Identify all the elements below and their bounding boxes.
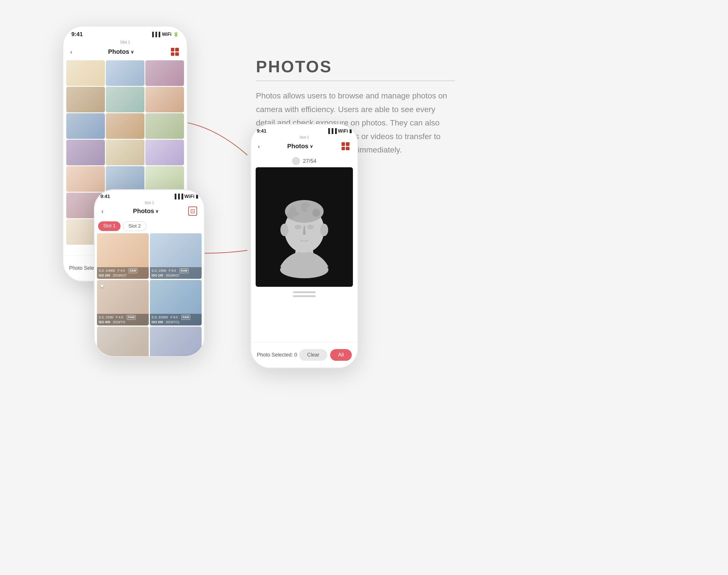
phone3-btn-group: Clear All bbox=[299, 349, 352, 361]
chevron-down-icon: ∨ bbox=[131, 49, 134, 55]
photo-cell-detail[interactable]: S.S. 1/250 F 4.0 RAW ISO 800 2019/7/24 bbox=[97, 327, 149, 357]
back-icon[interactable]: ‹ bbox=[258, 143, 260, 150]
photo-cell[interactable] bbox=[145, 140, 184, 165]
grid-view-button[interactable] bbox=[170, 47, 180, 57]
phone3-nav-title: Photos ∨ bbox=[287, 142, 313, 150]
phone-3: 9:41 ▐▐▐ WiFi ▮ Slot 1 ‹ Photos ∨ 27/54 bbox=[250, 124, 358, 368]
photo-cell[interactable] bbox=[66, 87, 105, 112]
svg-point-7 bbox=[280, 224, 288, 236]
svg-point-6 bbox=[307, 225, 314, 229]
battery-icon: ▮ bbox=[349, 128, 352, 134]
photo-cell[interactable] bbox=[66, 113, 105, 139]
signal-icon: ▐▐▐ bbox=[173, 194, 183, 199]
phone3-status-bar: 9:41 ▐▐▐ WiFi ▮ bbox=[251, 125, 358, 135]
phone2-slot-tabs: Slot 1 Slot 2 bbox=[95, 219, 204, 233]
photo-cell-detail[interactable]: S.S. 1/500 F 4.0 RAW ISO 200 2019/7/26 bbox=[150, 327, 202, 357]
wifi-icon: WiFi bbox=[184, 194, 194, 199]
battery-icon: 🔋 bbox=[173, 32, 179, 37]
phone3-photo-selected: Photo Selected: 0 bbox=[257, 352, 297, 358]
battery-icon: ▮ bbox=[196, 194, 198, 199]
phone-2: 9:41 ▐▐▐ WiFi ▮ Slot 1 ‹ Photos ∨ ⊡ Slot… bbox=[94, 189, 205, 357]
photo-cell[interactable] bbox=[106, 87, 144, 112]
detail-image[interactable] bbox=[256, 167, 353, 287]
wifi-icon: WiFi bbox=[338, 128, 348, 134]
phone2-nav-title: Photos ∨ bbox=[133, 207, 159, 215]
phone2-time: 9:41 bbox=[100, 194, 110, 199]
scene: PHOTOS Photos allows users to browse and… bbox=[0, 0, 728, 575]
star-icon: ★ bbox=[99, 282, 105, 290]
phone2-slot-label: Slot 1 bbox=[95, 201, 204, 205]
photo-meta: S.S. 1/500 F 8.0 RAW ISO 100 2019/6/27 bbox=[150, 267, 202, 279]
phone1-nav-title: Photos ∨ bbox=[108, 48, 134, 56]
phone2-photo-grid: S.S. 1/4000 F 4.0 RAW ISO 200 2019/6/27 … bbox=[95, 233, 204, 357]
phone1-nav-bar: ‹ Photos ∨ bbox=[64, 45, 187, 60]
phone3-nav-bar: ‹ Photos ∨ bbox=[251, 139, 358, 155]
photo-counter: 27/54 bbox=[303, 158, 317, 164]
wifi-icon: WiFi bbox=[162, 32, 172, 37]
chevron-down-icon: ∨ bbox=[155, 208, 159, 214]
counter-circle bbox=[292, 157, 300, 165]
back-icon[interactable]: ‹ bbox=[70, 49, 72, 55]
phone2-nav-bar: ‹ Photos ∨ ⊡ bbox=[95, 205, 204, 219]
phone1-time: 9:41 bbox=[71, 31, 83, 38]
photo-cell[interactable] bbox=[66, 60, 105, 86]
svg-point-15 bbox=[287, 211, 295, 219]
phone3-slot-label: Slot 1 bbox=[251, 135, 358, 139]
photo-cell[interactable] bbox=[145, 166, 184, 192]
phone2-status-icons: ▐▐▐ WiFi ▮ bbox=[173, 194, 198, 199]
chevron-down-icon: ∨ bbox=[310, 144, 313, 149]
photo-cell[interactable] bbox=[145, 113, 184, 139]
slot1-tab[interactable]: Slot 1 bbox=[98, 222, 120, 231]
photo-cell[interactable] bbox=[106, 60, 144, 86]
page-title: PHOTOS bbox=[256, 57, 455, 81]
photo-cell[interactable] bbox=[66, 140, 105, 165]
slot2-tab[interactable]: Slot 2 bbox=[123, 222, 146, 231]
scroll-indicator bbox=[293, 291, 316, 293]
back-icon[interactable]: ‹ bbox=[102, 208, 104, 214]
phone3-counter-bar: 27/54 bbox=[251, 155, 358, 167]
photo-cell[interactable] bbox=[145, 60, 184, 86]
photo-meta: S.S. 1/500 F 4.0 RAW ISO 400 2019/7/3 bbox=[97, 314, 149, 326]
signal-icon: ▐▐▐ bbox=[326, 128, 337, 134]
clear-button[interactable]: Clear bbox=[299, 349, 327, 361]
grid-view-button[interactable] bbox=[340, 141, 351, 151]
select-icon[interactable]: ⊡ bbox=[188, 207, 197, 216]
photo-meta: S.S. 1/4000 F 4.0 RAW ISO 200 2019/6/27 bbox=[97, 267, 149, 279]
all-button[interactable]: All bbox=[330, 349, 352, 361]
phone1-slot-label: Slot 1 bbox=[64, 40, 187, 44]
phone3-time: 9:41 bbox=[257, 128, 266, 134]
photo-cell-detail[interactable]: S.S. 1/500 F 8.0 RAW ISO 100 2019/6/27 bbox=[150, 233, 202, 279]
bust-sculpture-svg bbox=[256, 170, 353, 284]
photo-cell[interactable] bbox=[66, 166, 105, 192]
photo-cell-detail[interactable]: S.S. 3/2000 F 8.0 RAW ISO 200 2019/7/11 bbox=[150, 280, 202, 326]
phone3-bottom-bar: Photo Selected: 0 Clear All bbox=[251, 342, 358, 368]
bottom-scroll-indicator bbox=[293, 295, 316, 297]
photo-cell[interactable] bbox=[145, 87, 184, 112]
svg-point-5 bbox=[295, 225, 301, 229]
svg-point-8 bbox=[320, 224, 328, 236]
phone1-status-bar: 9:41 ▐▐▐ WiFi 🔋 bbox=[64, 27, 187, 40]
svg-point-14 bbox=[312, 209, 320, 217]
photo-cell[interactable] bbox=[106, 140, 144, 165]
photo-cell-detail[interactable]: S.S. 1/500 F 4.0 RAW ISO 400 2019/7/3 ★ bbox=[97, 280, 149, 326]
phone3-status-icons: ▐▐▐ WiFi ▮ bbox=[326, 128, 352, 134]
photo-meta: S.S. 3/2000 F 8.0 RAW ISO 200 2019/7/11 bbox=[150, 314, 202, 326]
photo-cell-detail[interactable]: S.S. 1/4000 F 4.0 RAW ISO 200 2019/6/27 bbox=[97, 233, 149, 279]
photo-cell[interactable] bbox=[106, 113, 144, 139]
signal-icon: ▐▐▐ bbox=[150, 32, 160, 37]
phone2-status-bar: 9:41 ▐▐▐ WiFi ▮ bbox=[95, 190, 204, 201]
photo-cell[interactable] bbox=[106, 166, 144, 192]
phone1-status-icons: ▐▐▐ WiFi 🔋 bbox=[150, 32, 179, 37]
